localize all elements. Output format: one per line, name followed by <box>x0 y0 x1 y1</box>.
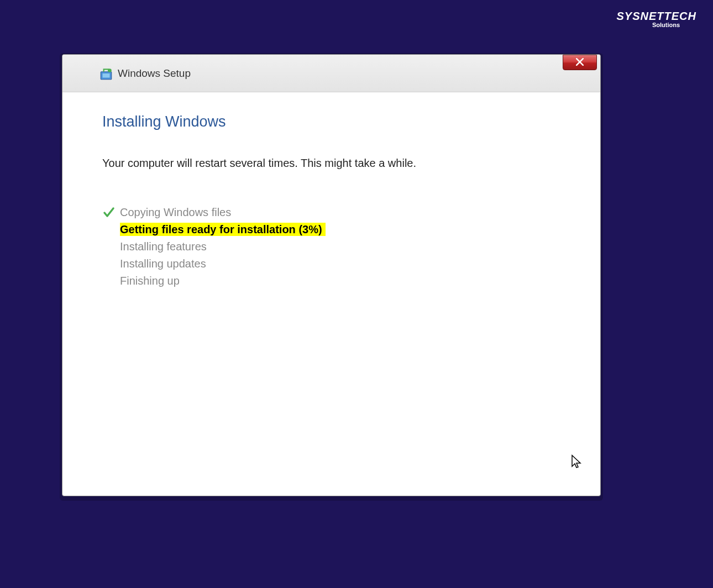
step-label: Installing updates <box>120 258 206 270</box>
page-heading: Installing Windows <box>102 113 560 130</box>
close-icon <box>576 58 584 67</box>
dialog-content: Installing Windows Your computer will re… <box>62 92 600 311</box>
svg-rect-1 <box>103 74 110 78</box>
step-copying-files: Copying Windows files <box>102 204 560 221</box>
step-label: Finishing up <box>120 275 180 287</box>
step-getting-files-ready: Getting files ready for installation (3%… <box>102 221 560 238</box>
install-steps: Copying Windows files Getting files read… <box>102 204 560 290</box>
step-label: Getting files ready for installation (3%… <box>120 223 326 236</box>
step-label: Installing features <box>120 240 207 253</box>
watermark-main: SYSNETTECH <box>617 10 696 23</box>
step-label: Copying Windows files <box>120 206 231 218</box>
watermark: SYSNETTECH Solutions <box>617 10 696 28</box>
setup-icon <box>99 67 113 81</box>
setup-dialog: Windows Setup Installing Windows Your co… <box>62 54 601 496</box>
step-finishing-up: Finishing up <box>102 272 560 290</box>
close-button[interactable] <box>563 55 597 70</box>
checkmark-icon <box>102 206 116 219</box>
titlebar: Windows Setup <box>62 55 600 92</box>
svg-point-2 <box>108 69 112 72</box>
window-title: Windows Setup <box>118 67 191 80</box>
step-installing-updates: Installing updates <box>102 255 560 272</box>
step-installing-features: Installing features <box>102 238 560 255</box>
page-subtext: Your computer will restart several times… <box>102 157 560 170</box>
